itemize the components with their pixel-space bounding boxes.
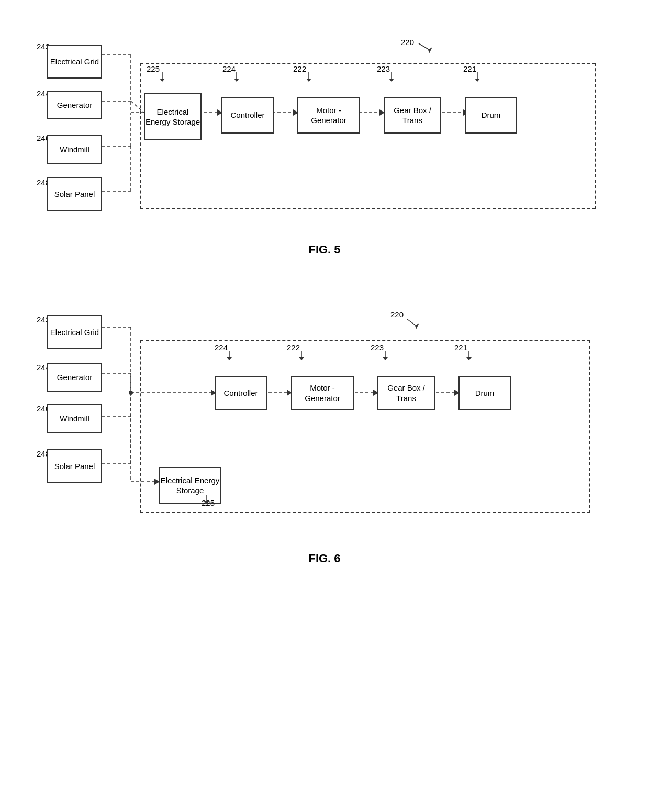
arrow-225-fig6 [202,495,212,504]
drum-box-fig6: Drum [458,376,511,410]
arrow-222-fig6 [296,351,307,360]
electrical-grid-box-fig5: Electrical Grid [47,45,102,79]
ref-220-fig6: 220 [390,310,404,319]
windmill-box-fig5: Windmill [47,135,102,164]
windmill-box-fig6: Windmill [47,404,102,433]
svg-marker-22 [234,79,239,82]
motor-generator-box-fig5: Motor - Generator [297,97,360,134]
controller-box-fig6: Controller [215,376,267,410]
svg-marker-18 [428,47,432,53]
ees-box-fig5: Electrical Energy Storage [144,93,202,140]
electrical-grid-box-fig6: Electrical Grid [47,315,102,349]
gear-box-box-fig6: Gear Box / Trans [377,376,435,410]
fig5-label: FIG. 5 [21,243,628,257]
svg-marker-24 [306,79,311,82]
arrow-221-fig5 [472,72,483,82]
gear-box-box-fig5: Gear Box / Trans [384,97,441,134]
controller-box-fig5: Controller [221,97,274,134]
arrow-224-fig6 [224,351,234,360]
svg-point-36 [129,391,133,395]
arrow-224-fig5 [231,72,242,82]
svg-marker-51 [227,357,232,360]
solar-panel-box-fig6: Solar Panel [47,449,102,483]
svg-marker-26 [389,79,394,82]
generator-box-fig5: Generator [47,91,102,119]
arrow-223-fig6 [380,351,390,360]
generator-box-fig6: Generator [47,363,102,392]
arrow-223-fig5 [386,72,397,82]
ref-220-fig5: 220 [401,38,414,47]
svg-marker-28 [475,79,480,82]
arrow-222-fig5 [304,72,314,82]
figure-6: 242 244 246 248 Electrical Grid Generato… [21,288,628,560]
drum-box-fig5: Drum [465,97,517,134]
svg-marker-53 [299,357,304,360]
svg-marker-55 [383,357,388,360]
system-boundary-fig5 [140,63,596,209]
svg-marker-20 [160,79,165,82]
fig6-label: FIG. 6 [21,552,628,565]
svg-marker-49 [415,323,419,329]
svg-line-48 [407,319,416,326]
svg-line-17 [419,43,429,50]
arrow-221-fig6 [464,351,474,360]
solar-panel-box-fig5: Solar Panel [47,177,102,211]
motor-generator-box-fig6: Motor - Generator [291,376,354,410]
arrow-225-fig5 [157,72,167,82]
svg-marker-59 [204,501,209,504]
figure-5: 242 244 246 248 Electrical Grid Generato… [21,16,628,257]
svg-marker-57 [466,357,472,360]
